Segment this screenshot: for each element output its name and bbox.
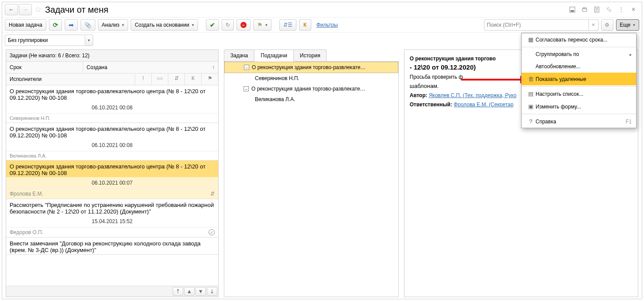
search-clear-button[interactable]: × (589, 19, 599, 31)
tab-history[interactable]: История (293, 49, 327, 61)
task-executor: Федоров О.П.✓ (6, 227, 218, 237)
kebab-icon[interactable]: ⋮ (616, 4, 627, 15)
menu-help[interactable]: ? Справка F1 (522, 115, 636, 128)
list-settings-icon: ▤ (526, 91, 536, 97)
col-tree-icon[interactable]: ⇵ (168, 74, 185, 85)
nav-back-button[interactable]: ← (5, 4, 18, 15)
task-executor: Фролова Е.М.⇵ (6, 189, 218, 199)
scroll-bottom-button[interactable]: ⤓ (207, 287, 217, 296)
task-row[interactable]: О реконструкция здания торгово-развлекат… (6, 123, 218, 161)
redo-icon: ↻ (226, 22, 230, 28)
task-title: О реконструкция здания торгово-развлекат… (6, 161, 218, 177)
menu-configure-list[interactable]: ▤ Настроить список... (522, 88, 636, 100)
col-priority-icon[interactable]: ! (135, 74, 152, 85)
create-based-button[interactable]: Создать на основании (131, 19, 198, 31)
menu-change-form[interactable]: ▣ Изменить форму... (522, 100, 636, 113)
print-icon[interactable] (579, 4, 590, 15)
search-input[interactable] (484, 19, 589, 31)
trash-icon: 🗑 (526, 76, 536, 82)
collapse-icon[interactable]: – (244, 86, 249, 91)
task-row[interactable]: О реконструкция здания торгово-развлекат… (6, 85, 218, 123)
more-button[interactable]: Еще (616, 19, 639, 31)
task-date: 15.04.2021 15:52 (6, 216, 218, 227)
clear-icon: × (592, 22, 595, 28)
attach-button[interactable]: 📎 (80, 19, 95, 31)
help-icon: ? (526, 118, 536, 125)
arrow-forward-icon: ➡ (69, 21, 74, 28)
responsible-link[interactable]: Фролова Е.М. (Секретар (454, 102, 514, 108)
scroll-up-button[interactable]: ▲ (184, 287, 195, 296)
task-title: О реконструкция здания торгово-развлекат… (6, 123, 218, 140)
chevron-down-icon: ▾ (88, 38, 90, 42)
tree-row[interactable]: – О реконструкция здания торгово-развлек… (224, 84, 398, 94)
menu-autorefresh[interactable]: Автообновление... (522, 60, 636, 73)
task-row[interactable]: Рассмотреть "Предписание по устранению н… (6, 199, 218, 238)
forward-button[interactable]: ➡ (65, 19, 78, 31)
svg-rect-3 (583, 7, 586, 9)
col-due[interactable]: Срок (6, 62, 83, 73)
done-icon: ✓ (209, 229, 215, 235)
menu-group-by[interactable]: Сгруппировать по (522, 48, 636, 60)
menu-approve-reschedule[interactable]: ▦ Согласовать перенос срока... (522, 33, 636, 46)
save-icon[interactable] (567, 4, 578, 15)
form-icon: ▣ (526, 103, 536, 110)
k-button[interactable]: К (299, 19, 311, 31)
col-k[interactable]: К (185, 74, 202, 85)
scroll-top-button[interactable]: ⤒ (173, 287, 183, 296)
accept-button[interactable]: ✔ (206, 19, 219, 31)
task-executor: Великанова Л.А. (6, 151, 218, 160)
tree-mini-icon: ⇵ (210, 191, 215, 197)
analysis-button[interactable]: Анализ (98, 19, 129, 31)
refresh-button[interactable]: ⟳ (49, 19, 62, 31)
tree-label: Северянинов Н.П. (255, 75, 299, 81)
tree-view-button[interactable]: ⇵☰ (279, 19, 296, 31)
new-task-button[interactable]: Новая задача (5, 19, 46, 31)
menu-show-deleted[interactable]: 🗑 Показать удаленные (522, 73, 636, 85)
tree-row[interactable]: Великанова Л.А. (224, 94, 398, 105)
col-flag-icon[interactable]: ⚑ (202, 74, 218, 85)
tree-label: Великанова Л.А. (255, 96, 295, 102)
redo-button[interactable]: ↻ (222, 19, 234, 31)
link-icon[interactable] (603, 4, 615, 15)
filters-link[interactable]: Фильтры (317, 22, 338, 28)
arrow-left-icon: ← (9, 7, 14, 13)
col-created[interactable]: Создана↑ (83, 62, 218, 73)
task-row[interactable]: Внести замечания "Договор на реконструкц… (6, 238, 218, 255)
col-executors[interactable]: Исполнители (6, 74, 135, 85)
paperclip-icon: 📎 (84, 22, 91, 28)
col-status-icon[interactable]: ○○ (152, 74, 168, 85)
star-icon[interactable]: ☆ (35, 5, 42, 14)
flag-button[interactable]: ⚑ (253, 19, 272, 31)
close-icon: × (631, 6, 635, 14)
task-date: 06.10.2021 00:08 (6, 102, 218, 113)
stop-button[interactable]: – (237, 19, 251, 31)
task-date: 06.10.2021 00:07 (6, 177, 218, 189)
task-title: Внести замечания "Договор на реконструкц… (6, 238, 218, 254)
tree-label: О реконструкция здания торгово-развлекат… (252, 64, 366, 70)
gear-icon: ⚙ (605, 22, 609, 28)
scroll-bottom-icon: ⤓ (210, 288, 214, 294)
k-icon: К (303, 22, 306, 28)
tree-row[interactable]: Северянинов Н.П. (224, 73, 398, 84)
tree-row[interactable]: – О реконструкция здания торгово-развлек… (224, 62, 398, 73)
tab-subtasks[interactable]: Подзадачи (254, 49, 294, 62)
svg-rect-1 (571, 10, 574, 12)
svg-rect-2 (582, 9, 587, 11)
collapse-icon[interactable]: – (244, 65, 249, 70)
task-title: Рассмотреть "Предписание по устранению н… (6, 199, 218, 216)
scroll-down-button[interactable]: ▼ (195, 287, 206, 296)
settings-button[interactable]: ⚙ (601, 19, 613, 31)
tab-task[interactable]: Задача (224, 49, 254, 61)
close-button[interactable]: × (628, 4, 639, 15)
report-icon[interactable] (591, 4, 602, 15)
tree-icon: ⇵☰ (283, 22, 292, 28)
calendar-icon: ▦ (526, 36, 536, 43)
stop-icon: – (240, 22, 247, 28)
author-link[interactable]: Яковлев С.П. (Тех. поддержка, Руко (429, 92, 516, 98)
task-row[interactable]: О реконструкция здания торгово-развлекат… (6, 161, 218, 199)
nav-forward-button[interactable]: → (19, 4, 32, 15)
scroll-top-icon: ⤒ (176, 288, 180, 294)
shortcut: F1 (626, 119, 632, 125)
task-date: 06.10.2021 00:08 (6, 140, 218, 151)
sort-asc-icon: ↑ (212, 64, 215, 70)
